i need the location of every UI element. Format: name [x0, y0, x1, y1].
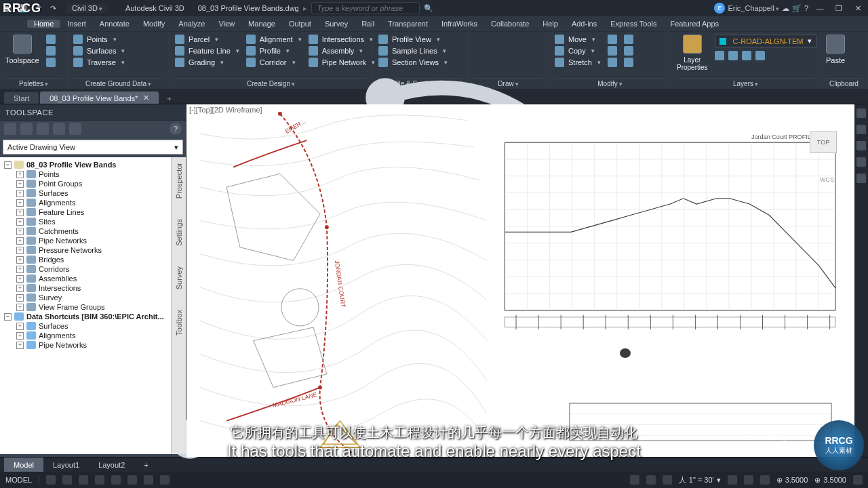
watermark-badge: RRCG人人素材: [814, 420, 864, 470]
tree-shortcut-pipe-networks[interactable]: +Pipe Networks: [1, 340, 170, 350]
drawing-viewport[interactable]: [-][Top][2D Wireframe]: [186, 104, 854, 457]
tree-node-bridges[interactable]: +Bridges: [1, 255, 170, 264]
app-root: ◧ 💾 ↶ ↷ Civil 3D Autodesk Civil 3D 08_03…: [0, 0, 868, 488]
wcs-label: WCS: [820, 176, 834, 183]
subtitle-en: It has tools that automate and enable ne…: [0, 442, 868, 461]
tree-shortcut-alignments[interactable]: +Alignments: [1, 331, 170, 340]
tree-shortcut-surfaces[interactable]: +Surfaces: [1, 321, 170, 331]
tree-root[interactable]: −08_03 Profile View Bands: [1, 160, 170, 169]
tree-node-sites[interactable]: +Sites: [1, 217, 170, 226]
tree-node-surfaces[interactable]: +Surfaces: [1, 188, 170, 198]
plan-view: JORDAN COURT MADISON LANE EMER...: [186, 104, 494, 457]
watermark-corner: RRCG: [3, 1, 41, 16]
tree-node-feature-lines[interactable]: +Feature Lines: [1, 207, 170, 217]
layer-freeze-icon[interactable]: [742, 51, 751, 60]
tree-node-catchments[interactable]: +Catchments: [1, 226, 170, 236]
layer-lock-icon[interactable]: [755, 51, 765, 60]
subtitle-overlay: 它所拥有的工具可以使土木工程设计的几乎每一个方面都实现自动化 It has to…: [0, 424, 868, 461]
tree-node-alignments[interactable]: +Alignments: [1, 198, 170, 207]
svg-point-6: [318, 386, 322, 390]
toolspace-tab-prospector[interactable]: Prospector: [175, 163, 183, 199]
tree-shortcuts-root[interactable]: −Data Shortcuts [BIM 360:\EPIC Archit...: [1, 312, 170, 321]
toolspace-side-tabs: ProspectorSettingsSurveyToolbox: [171, 157, 186, 454]
tree-node-point-groups[interactable]: +Point Groups: [1, 179, 170, 188]
tree-node-intersections[interactable]: +Intersections: [1, 283, 170, 293]
svg-rect-32: [505, 317, 835, 327]
toolspace-tab-settings[interactable]: Settings: [175, 219, 183, 246]
road-label-jordan: JORDAN COURT: [334, 260, 347, 308]
provider-badge: LinkedIn Learning: [728, 432, 787, 441]
plan-svg: JORDAN COURT MADISON LANE EMER...: [186, 104, 494, 457]
main-area: TOOLSPACE ? Active Drawing View▾ −08_03 …: [0, 104, 868, 457]
road-label-madison: MADISON LANE: [272, 391, 317, 409]
array-icon[interactable]: [624, 58, 633, 67]
toolspace-tree[interactable]: −08_03 Profile View Bands +Points+Point …: [0, 157, 171, 454]
tree-node-points[interactable]: +Points: [1, 169, 170, 179]
mirror-icon[interactable]: [608, 46, 617, 56]
layer-iso-icon[interactable]: [728, 51, 738, 60]
ribbon: Toolspace Palettes PointsSurfacesTravers…: [0, 31, 868, 89]
tree-node-corridors[interactable]: +Corridors: [1, 264, 170, 274]
tree-node-pipe-networks[interactable]: +Pipe Networks: [1, 236, 170, 245]
view-cube[interactable]: TOP: [810, 131, 837, 153]
svg-point-7: [281, 289, 319, 326]
rotate-icon[interactable]: [608, 35, 617, 44]
tree-node-assemblies[interactable]: +Assemblies: [1, 274, 170, 283]
profile-svg: Jordan Court PROFILE: [494, 110, 841, 357]
tree-node-survey[interactable]: +Survey: [1, 293, 170, 302]
layer-state-icon[interactable]: [715, 51, 724, 60]
svg-point-4: [278, 112, 282, 116]
trim-icon[interactable]: [624, 35, 633, 44]
fillet-icon[interactable]: [624, 46, 633, 56]
toolspace-panel: TOOLSPACE ? Active Drawing View▾ −08_03 …: [0, 104, 186, 457]
tree-node-view-frame-groups[interactable]: +View Frame Groups: [1, 302, 170, 312]
toolspace-tab-survey[interactable]: Survey: [175, 266, 183, 289]
toolspace-tab-toolbox[interactable]: Toolbox: [175, 310, 183, 336]
canvas-area: [-][Top][2D Wireframe]: [186, 104, 868, 457]
tree-node-pressure-networks[interactable]: +Pressure Networks: [1, 245, 170, 255]
profile-view: Jordan Court PROFILE: [494, 110, 841, 357]
scale-icon[interactable]: [608, 58, 617, 67]
svg-point-5: [325, 225, 329, 229]
mouse-cursor-shadow: [620, 348, 631, 358]
profile-title: Jordan Court PROFILE: [751, 134, 815, 140]
